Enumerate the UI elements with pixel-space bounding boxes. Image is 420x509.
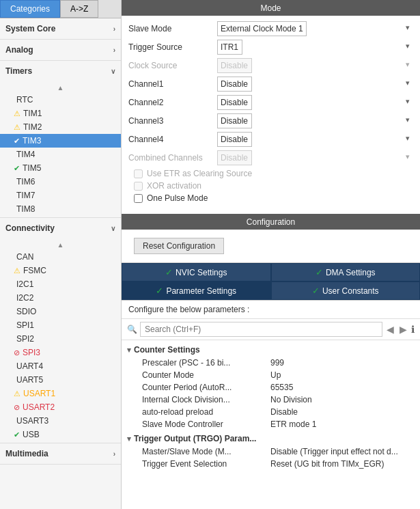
section-label-analog: Analog [5,45,33,55]
trigger-source-select[interactable]: ITR1 [217,40,242,55]
internal-clock-label: Internal Clock Division... [142,395,265,404]
tab-user-constants[interactable]: ✓ User Constants [271,281,421,300]
sidebar-label-uart5: UART5 [16,375,43,385]
sidebar-item-tim5[interactable]: ✔ TIM5 [0,161,121,175]
tree-item-internal-clock: Internal Clock Division... No Division [122,394,420,406]
sidebar-item-tim7[interactable]: TIM7 [0,189,121,202]
sidebar-item-fsmc[interactable]: ⚠ FSMC [0,264,121,277]
sidebar-tab-bar: Categories A->Z [0,0,121,18]
status-error-icon-spi3: ⊘ [14,348,20,357]
dma-check-icon: ✓ [316,267,323,277]
sidebar-label-spi2: SPI2 [16,334,34,344]
counter-settings-header[interactable]: ▾ Counter Settings [122,343,420,357]
sidebar: Categories A->Z System Core › Analog › T… [0,0,122,509]
sidebar-label-tim1: TIM1 [23,109,42,118]
section-label-timers: Timers [5,66,32,76]
sidebar-item-spi1[interactable]: SPI1 [0,318,121,332]
clock-source-row: Clock Source Disable [128,58,413,73]
section-timers: Timers ∨ ▲ RTC ⚠ TIM1 ⚠ TIM2 ✔ TIM3 [0,61,121,218]
channel1-select[interactable]: Disable [217,77,252,92]
sidebar-item-spi3[interactable]: ⊘ SPI3 [0,346,121,359]
sidebar-item-i2c2[interactable]: I2C2 [0,291,121,305]
sidebar-label-i2c2: I2C2 [16,293,33,303]
section-header-connectivity[interactable]: Connectivity ∨ [0,218,121,238]
sidebar-label-rtc: RTC [16,95,33,105]
prescaler-label: Prescaler (PSC - 16 bi... [142,358,265,368]
config-tabs: ✓ NVIC Settings ✓ DMA Settings ✓ Paramet… [122,262,420,301]
slave-mode-select[interactable]: External Clock Mode 1 [217,21,307,36]
status-warning-icon-fsmc: ⚠ [14,266,20,275]
combined-channels-select[interactable]: Disable [217,150,252,165]
channel2-row: Channel2 Disable [128,95,413,110]
tab-atoz[interactable]: A->Z [60,0,98,18]
tab-dma-settings[interactable]: ✓ DMA Settings [271,263,421,281]
channel3-select[interactable]: Disable [217,113,252,128]
sidebar-item-usart3[interactable]: USART3 [0,414,121,428]
tab-nvic-settings[interactable]: ✓ NVIC Settings [122,263,271,281]
sidebar-item-can[interactable]: CAN [0,250,121,264]
sidebar-item-usb[interactable]: ✔ USB [0,428,121,441]
status-check-icon-tim5: ✔ [14,164,20,173]
nvic-tab-label: NVIC Settings [176,268,227,277]
sidebar-item-uart5[interactable]: UART5 [0,373,121,387]
channel2-select[interactable]: Disable [217,95,252,110]
section-header-multimedia[interactable]: Multimedia › [0,443,121,464]
trigger-source-row: Trigger Source ITR1 [128,40,413,55]
sidebar-item-tim1[interactable]: ⚠ TIM1 [0,107,121,120]
channel1-row: Channel1 Disable [128,77,413,92]
sidebar-item-rtc[interactable]: RTC [0,93,121,107]
trigger-output-header[interactable]: ▾ Trigger Output (TRGO) Param... [122,432,420,445]
tab-categories[interactable]: Categories [0,0,60,18]
sidebar-item-tim8[interactable]: TIM8 [0,202,121,216]
slave-mode-row: Slave Mode External Clock Mode 1 [128,21,413,36]
sidebar-label-tim7: TIM7 [16,191,35,200]
chevron-down-icon-connectivity: ∨ [111,225,115,232]
section-header-analog[interactable]: Analog › [0,40,121,60]
sidebar-label-sdio: SDIO [16,307,36,316]
tab-parameter-settings[interactable]: ✓ Parameter Settings [122,281,271,300]
search-icon: 🔍 [127,325,137,334]
search-next-icon[interactable]: ▶ [398,324,408,335]
sidebar-item-tim3[interactable]: ✔ TIM3 [0,134,121,148]
sidebar-item-usart2[interactable]: ⊘ USART2 [0,400,121,414]
search-input[interactable] [140,322,382,337]
sidebar-item-spi2[interactable]: SPI2 [0,332,121,346]
sidebar-item-usart1[interactable]: ⚠ USART1 [0,387,121,400]
clock-source-select[interactable]: Disable [217,58,252,73]
channel4-label: Channel4 [128,135,217,144]
channel4-select[interactable]: Disable [217,132,252,147]
chevron-down-icon-timers: ∨ [111,68,115,75]
channel1-label: Channel1 [128,79,217,89]
master-slave-label: Master/Slave Mode (M... [142,447,265,456]
info-icon[interactable]: ℹ [411,324,415,335]
trigger-event-value: Reset (UG bit from TIMx_EGR) [270,459,384,469]
slave-mode-select-wrapper: External Clock Mode 1 [217,21,413,36]
sidebar-label-spi1: SPI1 [16,320,34,330]
section-header-timers[interactable]: Timers ∨ [0,61,121,81]
config-section: Configuration Reset Configuration ✓ NVIC… [122,214,420,474]
sidebar-item-i2c1[interactable]: I2C1 [0,277,121,291]
section-header-system-core[interactable]: System Core › [0,18,121,39]
reset-configuration-button[interactable]: Reset Configuration [134,238,224,254]
sidebar-item-tim2[interactable]: ⚠ TIM2 [0,120,121,134]
trigger-output-group: ▾ Trigger Output (TRGO) Param... Master/… [122,432,420,470]
scroll-up-arrow[interactable]: ▲ [0,83,121,93]
use-etr-checkbox[interactable] [134,169,143,178]
use-etr-checkbox-row: Use ETR as Clearing Source [128,169,413,178]
mode-title: Mode [260,3,281,13]
slave-mode-controller-label: Slave Mode Controller [142,419,265,429]
scroll-up-arrow-conn[interactable]: ▲ [0,240,121,250]
one-pulse-checkbox[interactable] [134,194,143,203]
sidebar-label-tim4: TIM4 [16,150,35,159]
xor-checkbox[interactable] [134,182,143,191]
sidebar-item-tim6[interactable]: TIM6 [0,175,121,189]
sidebar-item-tim4[interactable]: TIM4 [0,148,121,161]
clock-source-select-wrapper: Disable [217,58,413,73]
sidebar-item-uart4[interactable]: UART4 [0,359,121,373]
counter-mode-value: Up [270,370,281,380]
sidebar-item-sdio[interactable]: SDIO [0,305,121,318]
sidebar-label-i2c1: I2C1 [16,279,33,289]
search-prev-icon[interactable]: ◀ [385,324,395,335]
sidebar-label-tim2: TIM2 [23,122,42,132]
sidebar-label-tim8: TIM8 [16,204,35,214]
